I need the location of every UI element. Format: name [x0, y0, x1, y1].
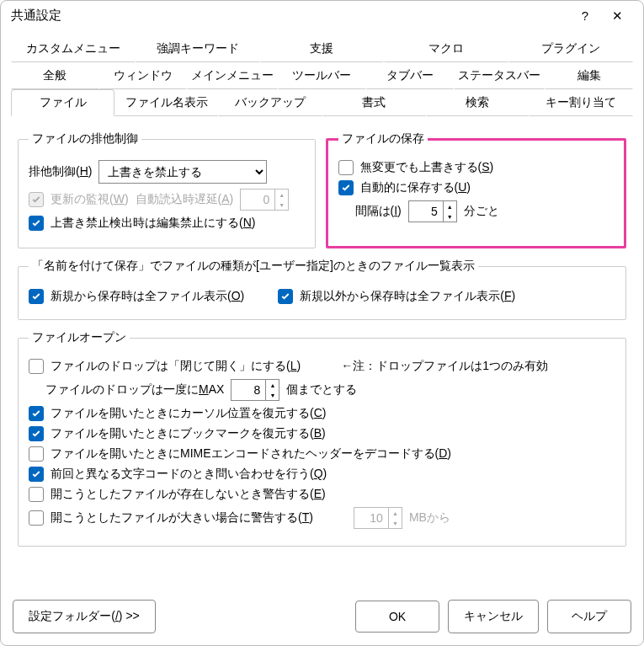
tab-file[interactable]: ファイル	[11, 89, 114, 116]
restore-cursor-label: ファイルを開いたときにカーソル位置を復元する(C)	[51, 406, 326, 421]
settings-folder-button[interactable]: 設定フォルダー(/) >>	[13, 600, 156, 633]
mime-decode-checkbox[interactable]	[29, 446, 44, 462]
auto-save-label: 自動的に保存する(U)	[360, 180, 471, 195]
lock-on-protect-label: 上書き禁止検出時は編集禁止にする(N)	[51, 216, 255, 231]
overwrite-unchanged-checkbox[interactable]	[338, 160, 354, 175]
nonnew-all-files-checkbox[interactable]	[278, 289, 293, 304]
tab-strip: カスタムメニュー 強調キーワード 支援 マクロ プラグイン 全般 ウィンドウ メ…	[1, 30, 643, 116]
tab-highlight[interactable]: 強調キーワード	[136, 35, 260, 62]
group-saveas-legend: 「名前を付けて保存」でファイルの種類が[ユーザー指定]のときのファイル一覧表示	[29, 259, 478, 274]
ask-encoding-label: 前回と異なる文字コードのとき問い合わせを行う(Q)	[51, 467, 327, 482]
overwrite-unchanged-label: 無変更でも上書きする(S)	[360, 160, 494, 175]
window-title: 共通設定	[11, 8, 569, 24]
drop-max-spinner[interactable]: ▲▼	[231, 379, 279, 401]
tab-custom-menu[interactable]: カスタムメニュー	[11, 35, 136, 62]
help-icon[interactable]: ?	[569, 8, 601, 23]
tab-search[interactable]: 検索	[426, 89, 530, 116]
drop-max-label: ファイルのドロップは一度にMAX	[45, 382, 224, 398]
tab-plugin[interactable]: プラグイン	[508, 35, 633, 62]
tab-tabbar[interactable]: タブバー	[366, 62, 455, 89]
tab-window[interactable]: ウィンドウ	[99, 62, 188, 89]
warn-big-spinner: ▲▼	[354, 507, 402, 529]
titlebar: 共通設定 ? ✕	[1, 1, 643, 30]
tab-keybind[interactable]: キー割り当て	[530, 89, 633, 116]
group-save-legend: ファイルの保存	[338, 131, 428, 147]
group-open-legend: ファイルオープン	[29, 330, 130, 345]
warn-missing-label: 開こうとしたファイルが存在しないとき警告する(E)	[51, 487, 326, 502]
drop-close-open-label: ファイルのドロップは「閉じて開く」にする(L)	[51, 359, 301, 374]
auto-save-interval-label: 間隔は(I)	[355, 204, 402, 219]
tab-support[interactable]: 支援	[260, 35, 385, 62]
dialog-content: ファイルの排他制御 排他制御(H) 上書きを禁止する 更新の監視(W) 自動読込…	[1, 116, 643, 591]
lock-on-protect-checkbox[interactable]	[29, 216, 44, 231]
drop-note: ←注：ドロップファイルは1つのみ有効	[341, 359, 548, 374]
auto-reload-delay-label: 自動読込時遅延(A)	[136, 192, 234, 207]
group-open: ファイルオープン ファイルのドロップは「閉じて開く」にする(L) ←注：ドロップ…	[18, 330, 626, 547]
watch-update-checkbox	[29, 192, 44, 207]
tab-general[interactable]: 全般	[11, 62, 99, 89]
ask-encoding-checkbox[interactable]	[29, 467, 44, 482]
mime-decode-label: ファイルを開いたときにMIMEエンコードされたヘッダーをデコードする(D)	[51, 446, 451, 462]
watch-update-label: 更新の監視(W)	[51, 192, 129, 207]
restore-bookmark-checkbox[interactable]	[29, 426, 44, 441]
auto-save-interval-spinner[interactable]: ▲▼	[408, 200, 457, 222]
exclusive-mode-select[interactable]: 上書きを禁止する	[98, 160, 267, 184]
tab-statusbar[interactable]: ステータスバー	[454, 62, 545, 89]
warn-big-checkbox[interactable]	[29, 510, 44, 526]
group-exclusive: ファイルの排他制御 排他制御(H) 上書きを禁止する 更新の監視(W) 自動読込…	[18, 131, 316, 248]
exclusive-mode-label: 排他制御(H)	[29, 164, 92, 179]
tab-toolbar[interactable]: ツールバー	[278, 62, 366, 89]
dialog-window: 共通設定 ? ✕ カスタムメニュー 強調キーワード 支援 マクロ プラグイン 全…	[0, 0, 644, 646]
nonnew-all-files-label: 新規以外から保存時は全ファイル表示(F)	[300, 289, 515, 304]
tab-macro[interactable]: マクロ	[384, 35, 508, 62]
restore-cursor-checkbox[interactable]	[29, 406, 44, 421]
tab-main-menu[interactable]: メインメニュー	[187, 62, 278, 89]
auto-save-checkbox[interactable]	[338, 180, 354, 195]
drop-close-open-checkbox[interactable]	[29, 359, 44, 374]
tab-filename[interactable]: ファイル名表示	[114, 89, 218, 116]
tab-edit[interactable]: 編集	[545, 62, 633, 89]
auto-save-interval-suffix: 分ごと	[464, 204, 499, 219]
group-exclusive-legend: ファイルの排他制御	[29, 131, 141, 147]
warn-big-label: 開こうとしたファイルが大きい場合に警告する(T)	[51, 510, 313, 526]
help-button[interactable]: ヘルプ	[547, 600, 631, 633]
new-all-files-label: 新規から保存時は全ファイル表示(O)	[51, 289, 244, 304]
tab-format[interactable]: 書式	[322, 89, 426, 116]
group-saveas: 「名前を付けて保存」でファイルの種類が[ユーザー指定]のときのファイル一覧表示 …	[18, 259, 626, 320]
restore-bookmark-label: ファイルを開いたときにブックマークを復元する(B)	[51, 426, 326, 441]
cancel-button[interactable]: キャンセル	[448, 600, 539, 633]
new-all-files-checkbox[interactable]	[29, 289, 44, 304]
auto-reload-delay-spinner: ▲▼	[240, 189, 289, 211]
button-bar: 設定フォルダー(/) >> OK キャンセル ヘルプ	[1, 591, 643, 645]
group-save: ファイルの保存 無変更でも上書きする(S) 自動的に保存する(U) 間隔は(I)…	[326, 131, 627, 248]
close-icon[interactable]: ✕	[601, 8, 633, 24]
tab-backup[interactable]: バックアップ	[218, 89, 322, 116]
warn-big-suffix: MBから	[409, 510, 450, 526]
ok-button[interactable]: OK	[355, 601, 439, 633]
drop-max-suffix: 個までとする	[286, 382, 357, 398]
warn-missing-checkbox[interactable]	[29, 487, 44, 502]
